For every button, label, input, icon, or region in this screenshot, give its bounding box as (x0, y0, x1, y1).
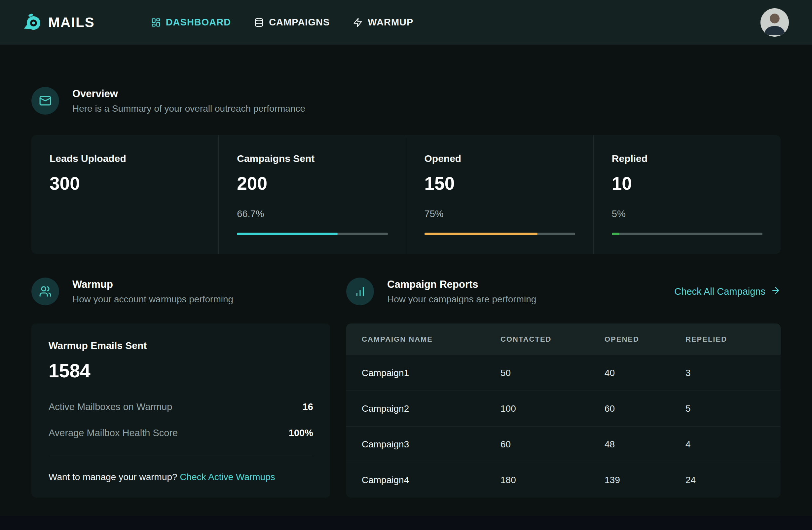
column-header-opened: OPENED (605, 335, 685, 344)
warmup-row-label: Average Mailbox Health Score (48, 428, 178, 439)
cell-opened: 60 (605, 403, 685, 414)
nav-item-label: CAMPAIGNS (269, 17, 330, 28)
database-icon (254, 17, 264, 27)
overview-subtitle: Here is a Summary of your overall outrea… (72, 103, 305, 114)
stat-label: Campaigns Sent (237, 153, 388, 164)
cell-contacted: 60 (501, 439, 605, 450)
lightning-icon (353, 17, 363, 27)
stat-value: 150 (424, 173, 575, 194)
progress-bar-fill (424, 233, 537, 235)
cell-campaign-name: Campaign1 (362, 368, 501, 378)
bottom-strip (0, 516, 812, 530)
campaign-reports-title: Campaign Reports (387, 278, 536, 290)
check-all-campaigns-label: Check All Campaigns (674, 286, 765, 297)
progress-bar (424, 233, 575, 235)
overview-title: Overview (72, 88, 305, 100)
campaign-reports-section: Campaign Reports How your campaigns are … (346, 277, 781, 498)
nav-item-label: WARMUP (368, 17, 413, 28)
warmup-emails-sent-value: 1584 (48, 360, 313, 382)
stat-opened: Opened 150 75% (406, 135, 593, 254)
arrow-right-icon (771, 286, 781, 298)
progress-bar-fill (237, 233, 337, 235)
column-header-replied: REPELIED (685, 335, 765, 344)
cell-replied: 24 (685, 475, 765, 485)
stat-percent: 75% (424, 209, 575, 219)
cell-replied: 4 (685, 439, 765, 450)
warmup-row-value: 100% (289, 428, 313, 439)
users-icon (31, 277, 59, 305)
stat-value: 10 (612, 173, 763, 194)
campaign-reports-subtitle: How your campaigns are performing (387, 294, 536, 305)
column-header-campaign-name: CAMPAIGN NAME (362, 335, 501, 344)
campaigns-table: CAMPAIGN NAME CONTACTED OPENED REPELIED … (346, 324, 781, 498)
warmup-header: Warmup How your account warmups performi… (31, 277, 330, 305)
main-content: Overview Here is a Summary of your overa… (0, 87, 812, 498)
cell-opened: 40 (605, 368, 685, 378)
column-header-contacted: CONTACTED (501, 335, 605, 344)
warmup-row-health-score: Average Mailbox Health Score 100% (48, 428, 313, 439)
warmup-row-label: Active Mailboxes on Warmup (48, 401, 172, 412)
stats-card: Leads Uploaded 300 Campaigns Sent 200 66… (31, 135, 781, 254)
table-row: Campaign1 50 40 3 (346, 355, 781, 390)
avatar[interactable] (760, 8, 789, 37)
progress-bar (237, 233, 388, 235)
check-all-campaigns-link[interactable]: Check All Campaigns (674, 286, 781, 298)
brand-name: MAILS (48, 15, 95, 30)
progress-bar-fill (612, 233, 620, 235)
cell-contacted: 100 (501, 403, 605, 414)
nav-item-dashboard[interactable]: DASHBOARD (151, 17, 231, 28)
campaign-reports-header: Campaign Reports How your campaigns are … (346, 277, 781, 305)
bar-chart-icon (346, 277, 374, 305)
warmup-card-title: Warmup Emails Sent (48, 340, 313, 351)
progress-bar (612, 233, 763, 235)
nav-item-warmup[interactable]: WARMUP (353, 17, 413, 28)
warmup-section: Warmup How your account warmups performi… (31, 277, 330, 498)
stat-label: Opened (424, 153, 575, 164)
stat-label: Replied (612, 153, 763, 164)
warmup-title: Warmup (72, 278, 233, 290)
stat-value: 200 (237, 173, 388, 194)
stat-percent: 66.7% (237, 209, 388, 219)
warmup-row-value: 16 (303, 401, 313, 412)
cell-campaign-name: Campaign4 (362, 475, 501, 485)
cell-campaign-name: Campaign2 (362, 403, 501, 414)
stat-replied: Replied 10 5% (593, 135, 781, 254)
table-header-row: CAMPAIGN NAME CONTACTED OPENED REPELIED (346, 324, 781, 355)
top-navbar: MAILS DASHBOARD CAMPAIGNS (0, 0, 812, 45)
warmup-subtitle: How your account warmups performing (72, 294, 233, 305)
nav-item-campaigns[interactable]: CAMPAIGNS (254, 17, 330, 28)
cell-contacted: 180 (501, 475, 605, 485)
check-active-warmups-link[interactable]: Check Active Warmups (180, 472, 275, 482)
logo-icon (23, 12, 42, 33)
stat-value: 300 (49, 173, 200, 194)
warmup-row-active-mailboxes: Active Mailboxes on Warmup 16 (48, 401, 313, 412)
dashboard-icon (151, 17, 161, 27)
cell-replied: 5 (685, 403, 765, 414)
table-row: Campaign4 180 139 24 (346, 462, 781, 498)
warmup-footer-text: Want to manage your warmup? (48, 472, 177, 482)
cell-opened: 139 (605, 475, 685, 485)
stat-percent: 5% (612, 209, 763, 219)
nav-menu: DASHBOARD CAMPAIGNS WARMUP (151, 17, 414, 28)
warmup-footer: Want to manage your warmup? Check Active… (48, 457, 313, 483)
cell-opened: 48 (605, 439, 685, 450)
warmup-card: Warmup Emails Sent 1584 Active Mailboxes… (31, 324, 330, 498)
stat-leads-uploaded: Leads Uploaded 300 (31, 135, 218, 254)
overview-header: Overview Here is a Summary of your overa… (31, 87, 781, 115)
table-row: Campaign2 100 60 5 (346, 390, 781, 426)
cell-contacted: 50 (501, 368, 605, 378)
mail-icon (31, 87, 59, 115)
stat-campaigns-sent: Campaigns Sent 200 66.7% (218, 135, 406, 254)
cell-replied: 3 (685, 368, 765, 378)
cell-campaign-name: Campaign3 (362, 439, 501, 450)
table-row: Campaign3 60 48 4 (346, 426, 781, 462)
brand[interactable]: MAILS (23, 12, 95, 33)
stat-label: Leads Uploaded (49, 153, 200, 164)
nav-item-label: DASHBOARD (166, 17, 231, 28)
